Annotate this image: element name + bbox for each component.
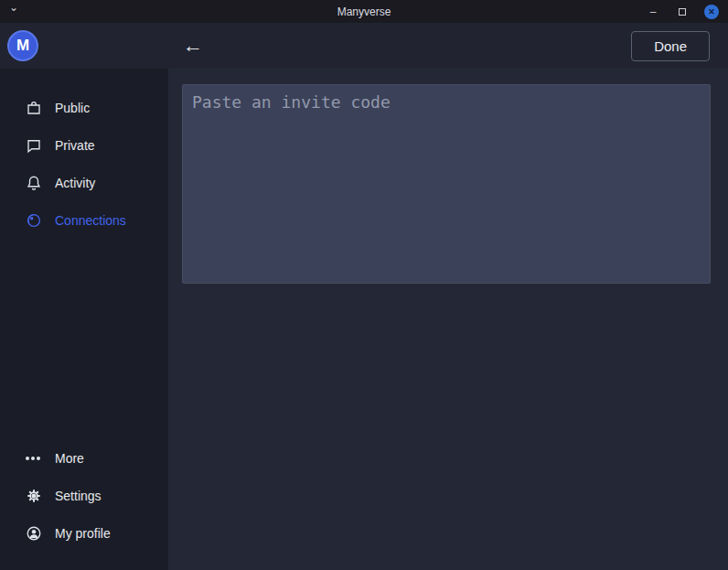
sidebar-item-my-profile[interactable]: My profile	[0, 514, 168, 552]
app-header: M ← Done	[0, 23, 728, 69]
bag-icon	[26, 100, 42, 116]
sidebar-item-label: My profile	[55, 526, 111, 541]
sidebar-item-label: Connections	[55, 213, 126, 228]
gear-icon	[26, 488, 42, 504]
person-icon	[26, 525, 42, 542]
minimize-button[interactable]: –	[646, 5, 660, 19]
sidebar-item-label: Activity	[55, 176, 95, 190]
bell-icon	[26, 175, 42, 191]
sidebar-item-activity[interactable]: Activity	[0, 164, 168, 201]
manyverse-logo-icon: M	[7, 30, 38, 61]
sidebar-item-label: Private	[55, 138, 95, 153]
window-title: Manyverse	[0, 5, 728, 18]
sidebar-item-public[interactable]: Public	[0, 89, 168, 126]
sidebar-item-label: Public	[55, 101, 90, 115]
speech-bubble-icon	[26, 137, 42, 154]
sidebar-item-label: Settings	[55, 489, 102, 503]
dots-icon	[26, 450, 42, 467]
close-button[interactable]: ✕	[704, 5, 719, 19]
invite-code-input[interactable]	[182, 84, 711, 284]
window-controls: – ✕	[646, 0, 719, 23]
swirl-icon	[26, 212, 42, 229]
body-row: Public Private Activity	[0, 69, 728, 570]
restore-icon	[679, 8, 686, 16]
sidebar: Public Private Activity	[0, 69, 168, 570]
sidebar-item-label: More	[55, 451, 84, 466]
sidebar-item-settings[interactable]: Settings	[0, 477, 168, 514]
done-button[interactable]: Done	[631, 31, 710, 61]
restore-button[interactable]	[675, 5, 690, 19]
titlebar: ⌄ Manyverse – ✕	[0, 0, 728, 23]
app-window: ⌄ Manyverse – ✕ M ← Done Public	[0, 0, 728, 570]
back-arrow-icon[interactable]: ←	[183, 36, 203, 56]
main-content	[168, 69, 728, 570]
sidebar-footer: More	[0, 439, 168, 552]
sidebar-item-more[interactable]: More	[0, 439, 168, 477]
sidebar-item-connections[interactable]: Connections	[0, 201, 168, 239]
sidebar-item-private[interactable]: Private	[0, 126, 168, 164]
